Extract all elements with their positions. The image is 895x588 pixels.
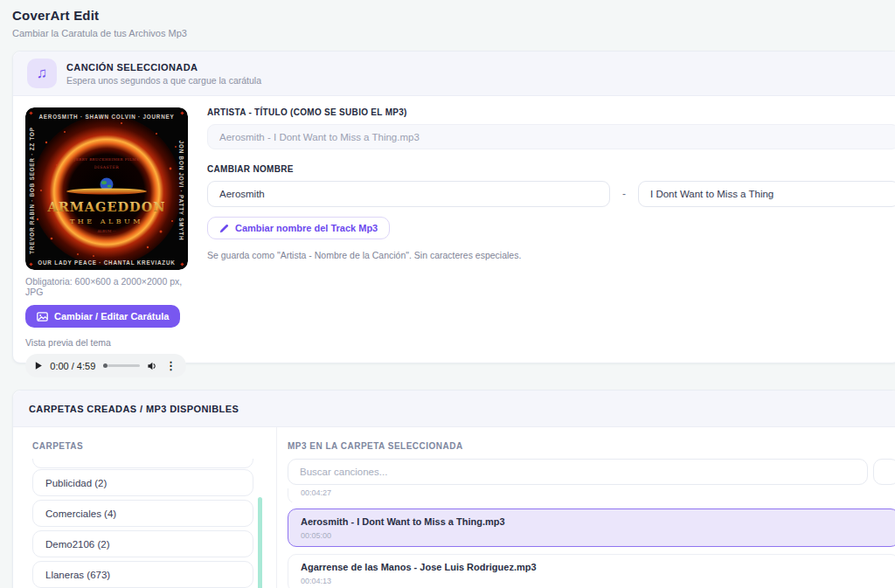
play-icon[interactable] [35, 361, 42, 370]
rename-track-button[interactable]: Cambiar nombre del Track Mp3 [207, 217, 390, 239]
song-search-row [288, 459, 895, 485]
svg-text:DISASTER: DISASTER [94, 165, 120, 169]
folder-item-publicidad[interactable]: Publicidad (2) [32, 469, 253, 496]
rename-label: CAMBIAR NOMBRE [207, 164, 895, 174]
folders-column: CARPETAS Publicidad (2) Comerciales (4) … [13, 427, 277, 588]
folder-list: Publicidad (2) Comerciales (4) Demo2106 … [32, 459, 253, 588]
folders-card-title: CARPETAS CREADAS / MP3 DISPONIBLES [29, 404, 239, 414]
folder-item-demo2106[interactable]: Demo2106 (2) [32, 530, 253, 557]
rename-row: - [207, 181, 895, 207]
folder-item-label: Publicidad (2) [45, 478, 107, 488]
original-name-label: ARTISTA - TÍTULO (COMO SE SUBIO EL MP3) [207, 107, 895, 117]
song-item-agarrense[interactable]: Agarrense de las Manos - Jose Luis Rodri… [288, 554, 895, 588]
page-subtitle: Cambiar la Caratula de tus Archivos Mp3 [12, 28, 895, 38]
music-note-icon: ♫ [27, 59, 57, 88]
artwork-column: JERRY BRUCKHEIMER FILMS DISASTER ARMAGED… [25, 107, 188, 377]
player-menu-icon[interactable]: ⋮ [165, 360, 177, 371]
volume-icon[interactable] [148, 361, 157, 371]
folder-item-comerciales[interactable]: Comerciales (4) [32, 500, 253, 527]
folder-item-partial[interactable] [32, 459, 253, 469]
song-list: 00:04:27 Aerosmith - I Dont Want to Miss… [288, 488, 895, 588]
song-duration: 00:04:13 [301, 577, 886, 585]
cover-size-requirement: Obligatoria: 600×600 a 2000×2000 px, JPG [25, 276, 188, 297]
rename-helper-text: Se guarda como "Artista - Nombre de la C… [207, 250, 895, 260]
songs-column: MP3 EN LA CARPETA SELECCIONADA 00:04:27 … [277, 427, 895, 588]
song-item-partial[interactable]: 00:04:27 [288, 488, 895, 502]
song-item-aerosmith[interactable]: Aerosmith - I Dont Want to Miss a Thing.… [288, 508, 895, 547]
rename-track-label: Cambiar nombre del Track Mp3 [235, 223, 378, 233]
selected-song-subtitle: Espera unos segundos a que cargue la car… [66, 75, 261, 86]
change-cover-button[interactable]: Cambiar / Editar Carátula [25, 305, 180, 328]
title-input[interactable] [638, 181, 895, 207]
svg-text:ARMAGEDDON: ARMAGEDDON [46, 199, 165, 214]
artist-input[interactable] [207, 181, 610, 207]
change-cover-label: Cambiar / Editar Carátula [54, 311, 169, 322]
rename-form: ARTISTA - TÍTULO (COMO SE SUBIO EL MP3) … [188, 107, 895, 377]
artwork-artists-left: TREVOR RABIN · BOB SEGER · ZZ TOP [29, 127, 35, 254]
folder-item-label: Llaneras (673) [45, 570, 110, 580]
song-name: Aerosmith - I Dont Want to Miss a Thing.… [301, 516, 886, 527]
song-duration: 00:05:00 [301, 531, 886, 540]
selected-song-title: CANCIÓN SELECCIONADA [66, 62, 261, 73]
search-adjacent-button[interactable] [873, 459, 895, 485]
svg-text:ALBUM ···: ALBUM ··· [96, 229, 115, 233]
song-name: Agarrense de las Manos - Jose Luis Rodri… [301, 562, 886, 572]
artwork-artists-bottom: OUR LADY PEACE · CHANTAL KREVIAZUK [38, 259, 175, 266]
artwork-artists-top: AEROSMITH · SHAWN COLVIN · JOURNEY [38, 114, 174, 120]
folders-label: CARPETAS [32, 441, 253, 451]
page: CoverArt Edit Cambiar la Caratula de tus… [0, 0, 895, 588]
page-header: CoverArt Edit Cambiar la Caratula de tus… [0, 0, 895, 38]
original-name-value: Aerosmith - I Dont Want to Miss a Thing.… [219, 132, 420, 142]
song-search-input[interactable] [288, 459, 868, 485]
name-separator: - [622, 188, 626, 200]
player-time: 0:00 / 4:59 [50, 361, 95, 371]
songs-label: MP3 EN LA CARPETA SELECCIONADA [288, 441, 895, 451]
audio-player[interactable]: 0:00 / 4:59 ⋮ [25, 354, 186, 377]
original-name-field: Aerosmith - I Dont Want to Miss a Thing.… [207, 124, 895, 149]
album-cover-art: JERRY BRUCKHEIMER FILMS DISASTER ARMAGED… [25, 107, 188, 270]
preview-label: Vista previa del tema [25, 337, 188, 348]
player-seek-slider[interactable] [103, 363, 140, 368]
page-title: CoverArt Edit [12, 8, 895, 23]
folder-item-label: Comerciales (4) [45, 508, 116, 519]
selected-song-header: ♫ CANCIÓN SELECCIONADA Espera unos segun… [13, 52, 895, 96]
selected-song-header-text: CANCIÓN SELECCIONADA Espera unos segundo… [66, 62, 261, 86]
folders-scrollbar[interactable] [258, 497, 262, 588]
folder-item-llaneras[interactable]: Llaneras (673) [32, 561, 253, 588]
image-icon [37, 312, 48, 322]
folders-card-header: CARPETAS CREADAS / MP3 DISPONIBLES [13, 391, 895, 427]
song-duration: 00:04:27 [301, 488, 886, 497]
artwork-artists-right: JON BON JOVI · PATTY SMYTH [178, 141, 184, 241]
folder-item-label: Demo2106 (2) [45, 539, 110, 550]
pencil-icon [219, 224, 229, 233]
selected-song-card: ♫ CANCIÓN SELECCIONADA Espera unos segun… [12, 51, 895, 363]
svg-text:JERRY BRUCKHEIMER FILMS: JERRY BRUCKHEIMER FILMS [73, 157, 139, 162]
folders-card: CARPETAS CREADAS / MP3 DISPONIBLES CARPE… [12, 390, 895, 588]
svg-text:THE ALBUM: THE ALBUM [70, 218, 143, 225]
